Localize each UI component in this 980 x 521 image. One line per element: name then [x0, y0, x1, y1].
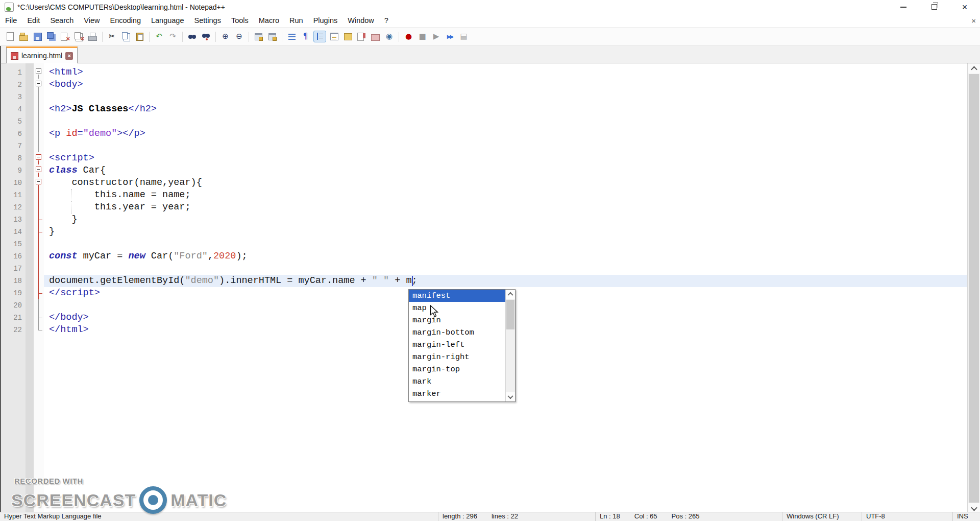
bookmark-cell[interactable]	[26, 152, 34, 164]
line-number[interactable]: 2	[1, 79, 26, 91]
bookmark-cell[interactable]	[26, 66, 34, 79]
fold-marker[interactable]	[34, 152, 44, 164]
code-line-16[interactable]: 16const myCar = new Car("Ford",2020);	[1, 250, 968, 263]
find-icon[interactable]	[186, 31, 198, 42]
close-all-icon[interactable]	[73, 31, 85, 42]
bookmark-cell[interactable]	[26, 275, 34, 287]
code-line-9[interactable]: 9class Car{	[1, 164, 968, 177]
line-number[interactable]: 9	[1, 164, 26, 177]
line-number[interactable]: 12	[1, 201, 26, 214]
line-number[interactable]: 3	[1, 91, 26, 103]
fold-marker[interactable]	[34, 177, 44, 189]
menu-item-tools[interactable]: Tools	[226, 16, 254, 25]
status-insert-mode[interactable]: INS	[952, 512, 980, 521]
code-line-17[interactable]: 17	[1, 263, 968, 275]
close-button[interactable]: ×	[949, 0, 980, 14]
zoom-in-icon[interactable]: ⊕	[219, 31, 231, 42]
code-line-8[interactable]: 8<script>	[1, 152, 968, 164]
fold-marker[interactable]	[34, 128, 44, 140]
editor-area[interactable]: 1<html>2<body>34<h2>JS Classes</h2>56<p …	[0, 63, 980, 513]
code-line-2[interactable]: 2<body>	[1, 79, 968, 91]
code-line-14[interactable]: 14}	[1, 226, 968, 238]
code-line-13[interactable]: 13 }	[1, 214, 968, 226]
macro-save-icon[interactable]: ▤	[458, 31, 470, 42]
tab-close-icon[interactable]: ×	[65, 52, 73, 60]
macro-stop-icon[interactable]: ■	[416, 31, 428, 42]
fold-marker[interactable]	[34, 79, 44, 91]
fold-marker[interactable]	[34, 115, 44, 128]
code-text[interactable]: <body>	[44, 79, 968, 91]
line-number[interactable]: 11	[1, 189, 26, 201]
macro-playmulti-icon[interactable]: ▶▶	[444, 31, 456, 42]
code-line-5[interactable]: 5	[1, 115, 968, 128]
autocomplete-item-marker[interactable]: marker	[409, 388, 505, 400]
code-line-4[interactable]: 4<h2>JS Classes</h2>	[1, 103, 968, 115]
autocomplete-scrollbar-thumb[interactable]	[506, 300, 514, 329]
undo-icon[interactable]: ↶	[153, 31, 165, 42]
fold-marker[interactable]	[34, 140, 44, 152]
line-number[interactable]: 18	[1, 275, 26, 287]
cut-icon[interactable]: ✂	[106, 31, 118, 42]
fold-marker[interactable]	[34, 164, 44, 177]
code-line-3[interactable]: 3	[1, 91, 968, 103]
bookmark-cell[interactable]	[26, 140, 34, 152]
code-text[interactable]: <html>	[44, 66, 968, 79]
autocomplete-scroll-down-button[interactable]	[506, 392, 515, 401]
indent-guide-icon[interactable]	[313, 31, 326, 42]
macro-record-icon[interactable]: ●	[403, 31, 414, 42]
line-number[interactable]: 21	[1, 312, 26, 324]
bookmark-cell[interactable]	[26, 91, 34, 103]
code-text[interactable]: }	[44, 214, 968, 226]
autocomplete-item-manifest[interactable]: manifest	[409, 290, 505, 302]
doc-switcher-icon[interactable]	[356, 31, 368, 42]
line-number[interactable]: 10	[1, 177, 26, 189]
code-text[interactable]: document.getElementById("demo").innerHTM…	[44, 275, 968, 287]
replace-icon[interactable]	[200, 31, 212, 42]
menu-item-run[interactable]: Run	[284, 16, 308, 25]
fold-marker[interactable]	[34, 312, 44, 324]
bookmark-cell[interactable]	[26, 324, 34, 336]
code-line-11[interactable]: 11 this.name = name;	[1, 189, 968, 201]
menu-item-edit[interactable]: Edit	[22, 16, 45, 25]
menu-item-settings[interactable]: Settings	[189, 16, 226, 25]
bookmark-cell[interactable]	[26, 177, 34, 189]
sync-horizontal-icon[interactable]	[266, 31, 278, 42]
code-line-7[interactable]: 7	[1, 140, 968, 152]
open-file-icon[interactable]	[18, 31, 30, 42]
autocomplete-item-margin-top[interactable]: margin-top	[409, 363, 505, 375]
autocomplete-item-mark[interactable]: mark	[409, 375, 505, 388]
autocomplete-item-margin-left[interactable]: margin-left	[409, 339, 505, 351]
bookmark-cell[interactable]	[26, 103, 34, 115]
bookmark-cell[interactable]	[26, 299, 34, 312]
save-file-icon[interactable]	[32, 31, 43, 42]
new-file-icon[interactable]	[4, 31, 16, 42]
autocomplete-scrollbar[interactable]	[505, 290, 515, 401]
code-text[interactable]: <h2>JS Classes</h2>	[44, 103, 968, 115]
line-number[interactable]: 8	[1, 152, 26, 164]
print-icon[interactable]	[87, 31, 99, 42]
scrollbar-thumb[interactable]	[969, 74, 979, 503]
paste-icon[interactable]	[134, 31, 145, 42]
code-line-12[interactable]: 12 this.year = year;	[1, 201, 968, 214]
autocomplete-scroll-up-button[interactable]	[506, 290, 515, 299]
autocomplete-item-map[interactable]: map	[409, 302, 505, 314]
fold-marker[interactable]	[34, 66, 44, 79]
fold-marker[interactable]	[34, 287, 44, 299]
bookmark-cell[interactable]	[26, 164, 34, 177]
line-number[interactable]: 1	[1, 66, 26, 79]
line-number[interactable]: 4	[1, 103, 26, 115]
code-text[interactable]	[44, 140, 968, 152]
line-number[interactable]: 20	[1, 299, 26, 312]
line-number[interactable]: 5	[1, 115, 26, 128]
menubar-close-icon[interactable]: ×	[971, 16, 976, 25]
bookmark-cell[interactable]	[26, 250, 34, 263]
tab-learning-html[interactable]: learning.html ×	[6, 46, 78, 63]
minimize-button[interactable]	[888, 0, 919, 14]
menu-item-plugins[interactable]: Plugins	[308, 16, 343, 25]
fold-marker[interactable]	[34, 226, 44, 238]
code-line-6[interactable]: 6<p id="demo"></p>	[1, 128, 968, 140]
restore-button[interactable]	[919, 0, 949, 14]
editor-vertical-scrollbar[interactable]	[967, 63, 980, 513]
code-line-15[interactable]: 15	[1, 238, 968, 250]
close-file-icon[interactable]	[59, 31, 71, 42]
